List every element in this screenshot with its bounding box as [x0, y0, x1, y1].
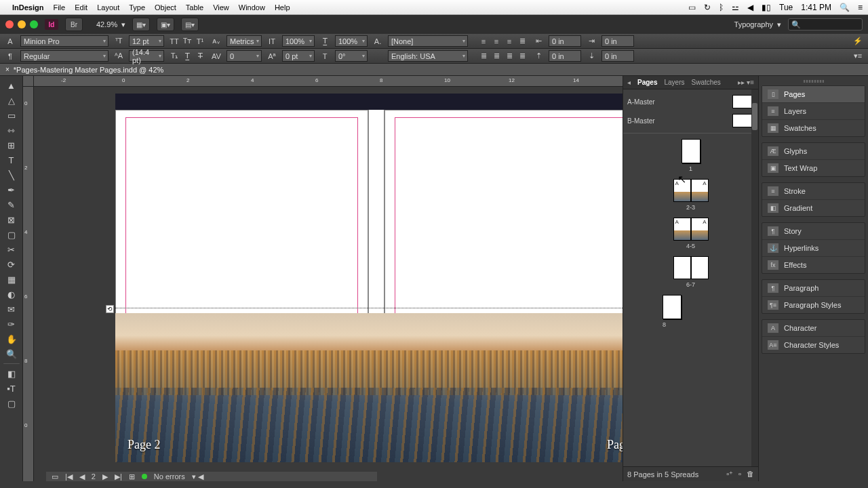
- master-b-row[interactable]: B-Master: [627, 111, 754, 130]
- master-a-row[interactable]: A-Master: [627, 92, 754, 111]
- scissors-tool[interactable]: ✂: [3, 243, 20, 256]
- pages-scrollbar[interactable]: [751, 89, 758, 466]
- font-family-select[interactable]: Minion Pro: [20, 35, 108, 47]
- tracking-select[interactable]: 0: [226, 50, 262, 62]
- menubar-time[interactable]: 1:41 PM: [801, 3, 831, 12]
- menu-file[interactable]: File: [53, 3, 65, 12]
- tab-swatches[interactable]: Swatches: [691, 79, 720, 86]
- link-indicator-icon[interactable]: ⟲: [106, 305, 114, 313]
- selection-tool[interactable]: ▲: [3, 79, 20, 92]
- menubar-day[interactable]: Tue: [779, 3, 793, 12]
- maximize-window-button[interactable]: [30, 20, 38, 28]
- leading-select[interactable]: (14.4 pt): [129, 50, 164, 62]
- help-search-input[interactable]: 🔍: [788, 18, 863, 30]
- rectangle-frame-tool[interactable]: ⊠: [3, 213, 20, 226]
- document-tab[interactable]: × *Pages-Mastering Master Pages.indd @ 4…: [0, 64, 868, 76]
- tab-pages[interactable]: Pages: [637, 79, 657, 86]
- document-canvas[interactable]: ⟲ Page 2 Page: [34, 87, 623, 481]
- horizontal-ruler[interactable]: -2 0 2 4 6 8 10 12 14: [34, 76, 623, 87]
- spotlight-icon[interactable]: 🔍: [840, 3, 850, 12]
- vertical-ruler[interactable]: 0 2 4 6 8 0: [23, 87, 34, 481]
- align-right-button[interactable]: ≡: [503, 36, 515, 47]
- apply-color-button[interactable]: ▪T: [3, 382, 20, 395]
- dock-story[interactable]: ¶Story: [762, 223, 865, 240]
- dock-pages[interactable]: ▯Pages: [762, 86, 865, 103]
- dock-stroke[interactable]: ≡Stroke: [762, 183, 865, 200]
- dock-gradient[interactable]: ◧Gradient: [762, 200, 865, 216]
- baseline-select[interactable]: 0 pt: [282, 50, 315, 62]
- view-options-button[interactable]: ▦▾: [132, 18, 150, 31]
- align-left-button[interactable]: ≡: [477, 36, 490, 47]
- page-tool[interactable]: ▭: [3, 108, 20, 122]
- kerning-select[interactable]: Metrics: [226, 35, 262, 47]
- type-tool[interactable]: T: [3, 153, 20, 167]
- align-center-button[interactable]: ≡: [490, 36, 502, 47]
- dock-paragraph[interactable]: ¶Paragraph: [762, 280, 865, 297]
- panel-flyout-icon[interactable]: ▸▸ ▾≡: [738, 79, 754, 86]
- menubar-sync-icon[interactable]: ↻: [704, 3, 711, 12]
- eyedropper-tool[interactable]: ✑: [3, 317, 20, 331]
- dock-effects[interactable]: fxEffects: [762, 257, 865, 273]
- pen-tool[interactable]: ✒: [3, 183, 20, 197]
- arrange-docs-button[interactable]: ▤▾: [181, 18, 199, 31]
- dock-glyphs[interactable]: ÆGlyphs: [762, 143, 865, 160]
- app-name[interactable]: InDesign: [12, 3, 43, 12]
- menu-help[interactable]: Help: [275, 3, 290, 12]
- direct-selection-tool[interactable]: △: [3, 94, 20, 107]
- screen-mode-tool[interactable]: ▢: [3, 396, 20, 410]
- status-page-icon[interactable]: ▭: [52, 472, 58, 481]
- subscript-button[interactable]: T₁: [168, 51, 180, 62]
- page-thumb-1[interactable]: 1: [623, 139, 758, 172]
- horizontal-guide[interactable]: [115, 308, 623, 308]
- bridge-button[interactable]: Br: [65, 18, 83, 31]
- justify-left-button[interactable]: ≣: [477, 51, 490, 62]
- menu-table[interactable]: Table: [186, 3, 203, 12]
- page-thumb-8[interactable]: 8: [623, 295, 758, 328]
- char-style-select[interactable]: [None]: [388, 35, 468, 47]
- language-select[interactable]: English: USA: [388, 50, 468, 62]
- preflight-status-icon[interactable]: [142, 474, 147, 479]
- menu-window[interactable]: Window: [239, 3, 265, 12]
- content-collector-tool[interactable]: ⊞: [3, 138, 20, 152]
- free-transform-tool[interactable]: ⟳: [3, 258, 20, 271]
- ruler-origin[interactable]: [23, 76, 34, 87]
- new-page-button[interactable]: ▫: [738, 470, 741, 479]
- vscale-select[interactable]: 100%: [282, 35, 315, 47]
- menubar-list-icon[interactable]: ≡: [858, 3, 863, 12]
- justify-center-button[interactable]: ≣: [490, 51, 502, 62]
- status-nav-prev[interactable]: ◀: [79, 472, 85, 481]
- hand-tool[interactable]: ✋: [3, 332, 20, 346]
- status-page-number[interactable]: 2: [92, 472, 96, 481]
- page-thumb-4-5[interactable]: A A 4-5: [623, 218, 758, 249]
- menu-layout[interactable]: Layout: [97, 3, 119, 12]
- dock-paragraph-styles[interactable]: ¶≡Paragraph Styles: [762, 297, 865, 313]
- dock-swatches[interactable]: ▦Swatches: [762, 120, 865, 136]
- placed-image[interactable]: [115, 313, 623, 462]
- panel-menu-button[interactable]: ▾≡: [852, 51, 864, 62]
- menubar-screen-icon[interactable]: ▭: [688, 3, 696, 12]
- space-after-input[interactable]: 0 in: [601, 50, 634, 62]
- justify-right-button[interactable]: ≣: [503, 51, 515, 62]
- dock-grip[interactable]: [804, 80, 824, 83]
- status-nav-next[interactable]: ▶: [102, 472, 108, 481]
- strikethrough-button[interactable]: T̶: [194, 51, 206, 62]
- close-window-button[interactable]: [5, 20, 14, 28]
- workspace-switcher[interactable]: Typography▾: [734, 20, 781, 29]
- gradient-feather-tool[interactable]: ◐: [3, 287, 20, 301]
- close-tab-icon[interactable]: ×: [5, 66, 9, 73]
- fill-stroke-swatch[interactable]: ◧: [3, 367, 20, 380]
- status-nav-first[interactable]: |◀: [65, 472, 73, 481]
- menu-view[interactable]: View: [213, 3, 229, 12]
- space-before-input[interactable]: 0 in: [549, 50, 581, 62]
- font-style-select[interactable]: Regular: [20, 50, 108, 62]
- para-format-icon[interactable]: ¶: [4, 51, 16, 62]
- menubar-bluetooth-icon[interactable]: ᛒ: [719, 3, 724, 12]
- hscale-select[interactable]: 100%: [335, 35, 368, 47]
- skew-select[interactable]: 0°: [335, 50, 368, 62]
- zoom-tool[interactable]: 🔍: [3, 347, 20, 361]
- dock-hyperlinks[interactable]: ⚓Hyperlinks: [762, 240, 865, 257]
- preflight-status-text[interactable]: No errors: [154, 472, 185, 481]
- left-indent-input[interactable]: 0 in: [549, 35, 581, 47]
- dock-toggle-icon[interactable]: ◂: [627, 79, 631, 86]
- delete-page-button[interactable]: 🗑: [747, 470, 754, 479]
